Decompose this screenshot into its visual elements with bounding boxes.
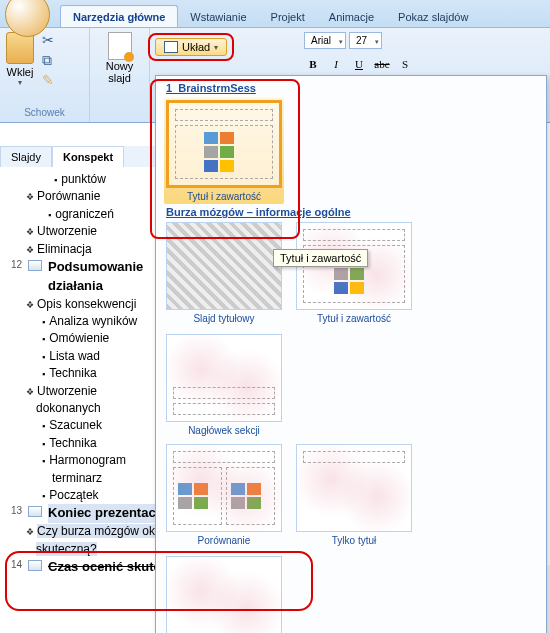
layout-gallery: 1_BrainstrmSess Tytuł i zawartość Burza … [155,75,547,633]
tab-slideshow[interactable]: Pokaz slajdów [386,6,480,27]
layout-tile-label: Nagłówek sekcji [188,425,260,436]
clipboard-group: Wklej ▾ ✂ ⧉ ✎ Schowek [0,28,90,122]
font-size-combo[interactable]: 27▾ [349,32,382,49]
font-family-combo[interactable]: Arial▾ [304,32,346,49]
paste-button[interactable]: Wklej ▾ [6,32,34,87]
paste-label: Wklej [7,66,34,78]
layout-tile-title-slide[interactable]: Slajd tytułowy [164,222,284,324]
format-painter-button[interactable]: ✎ [42,72,58,88]
layout-tile-label: Slajd tytułowy [193,313,254,324]
underline-button[interactable]: U [350,55,368,73]
layout-button[interactable]: Układ ▾ [155,38,227,56]
panel-tab-slides[interactable]: Slajdy [0,146,52,167]
tab-insert[interactable]: Wstawianie [178,6,258,27]
layout-thumb [166,222,282,310]
new-slide-icon [108,32,132,60]
ribbon-tabs: Narzędzia główne Wstawianie Projekt Anim… [0,0,550,28]
slide-title: działania [48,277,143,296]
chevron-down-icon: ▾ [18,78,22,87]
layout-tile-label: Porównanie [198,535,251,546]
font-style-row: B I U abc S [304,55,414,73]
shadow-button[interactable]: S [396,55,414,73]
tab-design[interactable]: Projekt [259,6,317,27]
layout-tile-label: Tylko tytuł [332,535,376,546]
chevron-down-icon: ▾ [339,38,343,46]
panel-tab-outline[interactable]: Konspekt [52,146,124,167]
slide-number: 13 [8,504,22,519]
italic-button[interactable]: I [327,55,345,73]
layout-tile-title-content[interactable]: Tytuł i zawartość [294,222,414,324]
gallery-section-2: Burza mózgów – informacje ogólne [166,206,538,218]
layout-tile-section-header[interactable]: Nagłówek sekcji [164,334,284,436]
slide-icon [28,560,42,571]
strike-button[interactable]: abc [373,55,391,73]
slide-number: 14 [8,558,22,573]
layout-label: Układ [182,41,210,53]
slide-title: Koniec prezentacji [48,504,163,523]
layout-tile-blank[interactable]: Pusty [164,556,284,633]
slide-icon [28,260,42,271]
chevron-down-icon: ▾ [375,38,379,46]
cut-button[interactable]: ✂ [42,32,58,48]
tooltip: Tytuł i zawartość [273,249,368,267]
tab-home[interactable]: Narzędzia główne [60,5,178,27]
bold-button[interactable]: B [304,55,322,73]
slide-title: Podsumowanie [48,258,143,277]
tab-animations[interactable]: Animacje [317,6,386,27]
layout-thumb [166,556,282,633]
layout-tile-label: Tytuł i zawartość [317,313,391,324]
layout-thumb [166,444,282,532]
gallery-section-1: 1_BrainstrmSess [166,82,538,94]
clipboard-label: Schowek [6,105,83,118]
slide-number: 12 [8,258,22,273]
new-slide-button[interactable]: Nowy slajd [96,32,143,84]
layout-tile-comparison[interactable]: Porównanie [164,444,284,546]
layout-tile-label: Tytuł i zawartość [187,191,261,202]
copy-button[interactable]: ⧉ [42,52,58,68]
new-slide-label2: slajd [108,72,131,84]
layout-tile-title-content-selected[interactable]: Tytuł i zawartość [164,98,284,204]
font-toolbar: Arial▾ 27▾ [304,32,382,49]
layout-thumb [166,334,282,422]
layout-thumb [296,444,412,532]
slides-group: Nowy slajd [90,28,150,122]
chevron-down-icon: ▾ [214,43,218,52]
layout-icon [164,41,178,53]
layout-tile-title-only[interactable]: Tylko tytuł [294,444,414,546]
slide-icon [28,506,42,517]
layout-thumb [166,100,282,188]
